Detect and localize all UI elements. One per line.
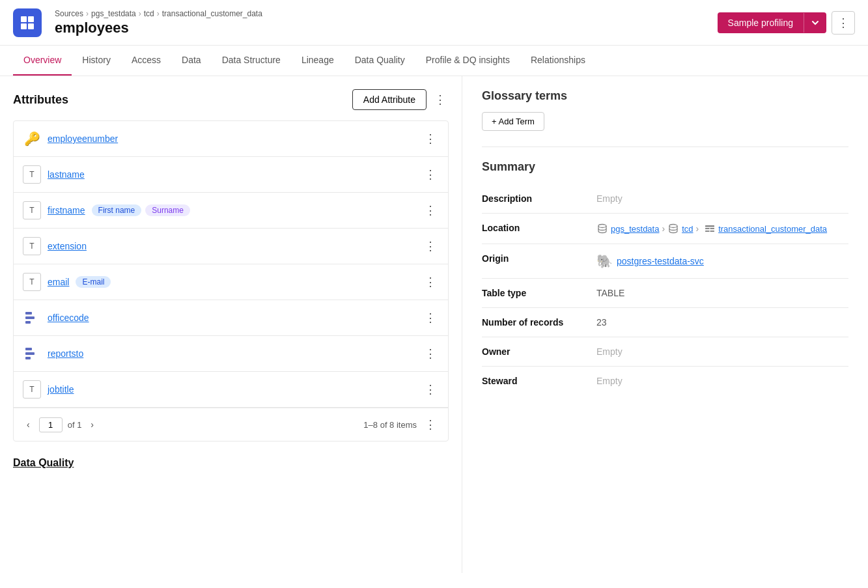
items-count: 1–8 of 8 items bbox=[363, 420, 417, 430]
attr-name-email[interactable]: email bbox=[48, 277, 69, 287]
svg-rect-9 bbox=[25, 357, 31, 359]
key-icon: 🔑 bbox=[23, 130, 41, 148]
add-term-button[interactable]: + Add Term bbox=[482, 112, 544, 131]
attr-actions-lastname: ⋮ bbox=[422, 165, 439, 184]
attr-more-officecode[interactable]: ⋮ bbox=[422, 308, 439, 328]
tab-relationships[interactable]: Relationships bbox=[520, 46, 596, 76]
summary-row-steward: Steward Empty bbox=[482, 367, 848, 395]
tab-data[interactable]: Data bbox=[171, 46, 212, 76]
attr-actions-extension: ⋮ bbox=[422, 236, 439, 256]
text-type-icon: T bbox=[23, 165, 41, 184]
tag-firstname-name: First name bbox=[92, 204, 142, 216]
svg-rect-6 bbox=[25, 321, 31, 324]
page-total: of 1 bbox=[68, 420, 82, 430]
summary-val-table-type: TABLE bbox=[596, 288, 624, 298]
attr-more-firstname[interactable]: ⋮ bbox=[422, 201, 439, 220]
summary-val-description: Empty bbox=[596, 193, 623, 204]
text-type-icon: T bbox=[23, 201, 41, 219]
attr-name-jobtitle[interactable]: jobtitle bbox=[48, 384, 74, 395]
chevron-down-icon bbox=[811, 18, 820, 27]
attr-more-email[interactable]: ⋮ bbox=[422, 272, 439, 292]
app-header: Sources › pgs_testdata › tcd › transacti… bbox=[0, 0, 868, 46]
table-row: T firstname First name Surname ⋮ bbox=[14, 193, 448, 229]
sample-profiling-button[interactable]: Sample profiling bbox=[718, 12, 826, 33]
attr-more-lastname[interactable]: ⋮ bbox=[422, 165, 439, 184]
svg-rect-16 bbox=[710, 231, 715, 232]
attr-actions-email: ⋮ bbox=[422, 272, 439, 292]
nav-tabs: Overview History Access Data Data Struct… bbox=[0, 46, 868, 76]
summary-title: Summary bbox=[482, 160, 848, 174]
table-row: officecode ⋮ bbox=[14, 300, 448, 336]
svg-rect-8 bbox=[25, 352, 35, 355]
summary-row-description: Description Empty bbox=[482, 184, 848, 214]
tab-data-quality[interactable]: Data Quality bbox=[344, 46, 415, 76]
location-table[interactable]: transactional_customer_data bbox=[718, 224, 827, 234]
table-row: T email E-mail ⋮ bbox=[14, 264, 448, 300]
section-divider bbox=[482, 147, 848, 147]
attr-name-firstname[interactable]: firstname bbox=[48, 205, 85, 216]
attributes-more-button[interactable]: ⋮ bbox=[432, 90, 449, 109]
sample-profiling-dropdown[interactable] bbox=[804, 13, 826, 33]
breadcrumb-pgs[interactable]: pgs_testdata bbox=[91, 9, 136, 18]
attr-more-jobtitle[interactable]: ⋮ bbox=[422, 380, 439, 399]
location-tcd[interactable]: tcd bbox=[682, 224, 693, 234]
tab-history[interactable]: History bbox=[72, 46, 121, 76]
summary-key-table-type: Table type bbox=[482, 288, 586, 298]
summary-row-table-type: Table type TABLE bbox=[482, 279, 848, 308]
summary-val-steward: Empty bbox=[596, 376, 623, 386]
attr-name-extension[interactable]: extension bbox=[48, 241, 87, 251]
summary-key-steward: Steward bbox=[482, 376, 586, 386]
summary-key-origin: Origin bbox=[482, 253, 586, 264]
pagination-more-button[interactable]: ⋮ bbox=[422, 415, 439, 434]
attr-more-employeenumber[interactable]: ⋮ bbox=[422, 129, 439, 148]
attr-more-reportsto[interactable]: ⋮ bbox=[422, 344, 439, 363]
breadcrumb: Sources › pgs_testdata › tcd › transacti… bbox=[55, 9, 718, 18]
origin-link[interactable]: postgres-testdata-svc bbox=[617, 256, 704, 266]
breadcrumb-sources[interactable]: Sources bbox=[55, 9, 83, 18]
summary-val-records: 23 bbox=[596, 317, 607, 328]
breadcrumb-table[interactable]: transactional_customer_data bbox=[162, 9, 262, 18]
header-actions: Sample profiling ⋮ bbox=[718, 11, 855, 35]
attr-name-employeenumber[interactable]: employeenumber bbox=[48, 133, 118, 144]
text-type-icon: T bbox=[23, 380, 41, 399]
summary-key-owner: Owner bbox=[482, 346, 586, 357]
tab-lineage[interactable]: Lineage bbox=[291, 46, 344, 76]
tab-data-structure[interactable]: Data Structure bbox=[212, 46, 291, 76]
table-row: reportsto ⋮ bbox=[14, 336, 448, 372]
svg-point-11 bbox=[669, 225, 677, 228]
data-quality-section: Data Quality bbox=[13, 457, 449, 469]
location-chain: pgs_testdata › tcd › bbox=[596, 223, 827, 234]
page-input[interactable] bbox=[39, 417, 63, 432]
svg-rect-5 bbox=[25, 316, 35, 319]
tab-overview[interactable]: Overview bbox=[13, 46, 72, 76]
page-prev-button[interactable]: ‹ bbox=[23, 417, 34, 432]
summary-key-description: Description bbox=[482, 193, 586, 204]
app-logo bbox=[13, 8, 42, 37]
page-title: employees bbox=[55, 20, 718, 36]
svg-rect-7 bbox=[25, 348, 32, 350]
tab-access[interactable]: Access bbox=[121, 46, 171, 76]
attr-name-reportsto[interactable]: reportsto bbox=[48, 348, 83, 359]
tab-profile-dq[interactable]: Profile & DQ insights bbox=[415, 46, 520, 76]
attr-tags-firstname: First name Surname bbox=[92, 204, 415, 216]
more-options-button[interactable]: ⋮ bbox=[832, 11, 855, 35]
data-quality-title[interactable]: Data Quality bbox=[13, 457, 74, 468]
text-type-icon: T bbox=[23, 237, 41, 255]
summary-val-location: pgs_testdata › tcd › bbox=[596, 223, 827, 234]
svg-rect-15 bbox=[705, 231, 710, 232]
breadcrumb-tcd[interactable]: tcd bbox=[144, 9, 154, 18]
attr-more-extension[interactable]: ⋮ bbox=[422, 236, 439, 256]
table-row: 🔑 employeenumber ⋮ bbox=[14, 121, 448, 157]
page-next-button[interactable]: › bbox=[87, 417, 98, 432]
attr-name-lastname[interactable]: lastname bbox=[48, 169, 85, 180]
attr-name-officecode[interactable]: officecode bbox=[48, 313, 89, 323]
location-pgs[interactable]: pgs_testdata bbox=[611, 224, 659, 234]
summary-key-location: Location bbox=[482, 223, 586, 233]
add-attribute-button[interactable]: Add Attribute bbox=[352, 89, 427, 110]
svg-rect-13 bbox=[705, 228, 710, 229]
main-layout: Attributes Add Attribute ⋮ 🔑 employeenum… bbox=[0, 76, 868, 573]
db-icon bbox=[596, 223, 608, 234]
header-title-group: Sources › pgs_testdata › tcd › transacti… bbox=[55, 9, 718, 36]
summary-val-origin: 🐘 postgres-testdata-svc bbox=[596, 253, 704, 269]
breadcrumb-sep-3: › bbox=[157, 9, 160, 18]
